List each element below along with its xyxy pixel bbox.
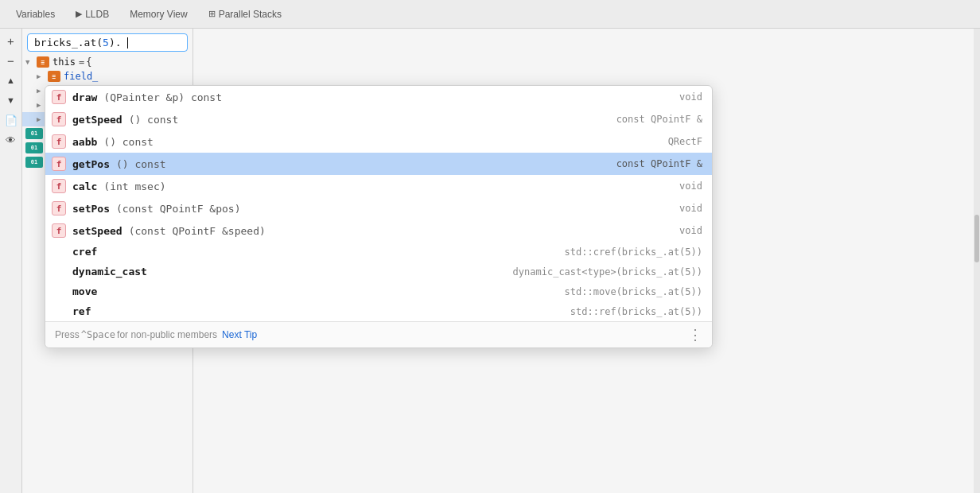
scrollbar-thumb[interactable]: [974, 215, 979, 262]
input-prefix: bricks_.at(5).: [34, 37, 122, 49]
ac-name-getpos: getPos: [72, 158, 110, 170]
kebab-menu-button[interactable]: ⋮: [688, 328, 702, 342]
expression-input-bar: bricks_.at(5).: [27, 33, 188, 52]
down-button[interactable]: ▼: [2, 91, 20, 109]
ac-params-aabb: () const: [103, 136, 154, 148]
ac-badge-aabb: f: [52, 134, 66, 149]
tab-memory-view[interactable]: Memory View: [120, 6, 196, 23]
ac-name-aabb: aabb: [72, 136, 97, 148]
add-button[interactable]: +: [2, 32, 20, 49]
ac-name-calc: calc: [72, 181, 97, 192]
ac-item-calc[interactable]: f calc (int msec) void: [45, 175, 712, 197]
ac-item-setpos[interactable]: f setPos (const QPointF &pos) void: [45, 197, 712, 219]
ac-item-aabb[interactable]: f aabb () const QRectF: [45, 130, 712, 153]
ac-item-cref[interactable]: cref std::cref(bricks_.at(5)): [45, 242, 712, 262]
ac-item-move[interactable]: move std::move(bricks_.at(5)): [45, 281, 712, 301]
ac-name-dynamic-cast: dynamic_cast: [72, 266, 147, 278]
remove-button[interactable]: −: [2, 52, 20, 69]
ac-item-getpos[interactable]: f getPos () const const QPointF &: [45, 153, 712, 175]
ac-footer-hint: Press ^Space for non-public members Next…: [55, 329, 257, 340]
tab-parallel-stacks-label: Parallel Stacks: [219, 9, 282, 20]
ac-params-getspeed: () const: [129, 114, 179, 126]
next-tip-button[interactable]: Next Tip: [222, 329, 257, 340]
tab-lldb-label: LLDB: [85, 9, 109, 20]
up-button[interactable]: ▲: [2, 72, 20, 89]
tab-lldb[interactable]: ▶ LLDB: [66, 6, 119, 23]
ac-footer: Press ^Space for non-public members Next…: [45, 321, 712, 347]
var-icon-fieldwic: 01: [25, 142, 43, 153]
ac-params-calc: (int msec): [103, 181, 165, 192]
ac-return-dynamic-cast: dynamic_cast<type>(bricks_.at(5)): [513, 266, 702, 278]
ac-item-getspeed[interactable]: f getSpeed () const const QPointF &: [45, 108, 712, 130]
parallel-stacks-icon: ⊞: [208, 9, 216, 19]
ac-return-draw: void: [679, 91, 702, 103]
ac-badge-getspeed: f: [52, 112, 66, 126]
ac-name-cref: cref: [72, 246, 97, 258]
tree-item-field[interactable]: ▶ ≡ field_: [22, 69, 192, 83]
hint-prefix: Press: [55, 329, 80, 340]
var-icon-this: ≡: [37, 56, 49, 68]
lldb-icon: ▶: [76, 9, 82, 19]
ac-badge-setpos: f: [52, 201, 66, 215]
var-icon-field: ≡: [48, 71, 60, 82]
var-name-field: field_: [64, 71, 98, 82]
ac-return-getspeed: const QPointF &: [616, 114, 702, 125]
tab-bar: Variables ▶ LLDB Memory View ⊞ Parallel …: [0, 0, 980, 29]
cursor-caret: [122, 37, 129, 49]
ac-item-draw[interactable]: f draw (QPainter &p) const void: [45, 86, 712, 108]
ac-badge-draw: f: [52, 90, 66, 104]
ac-name-move: move: [72, 285, 97, 297]
ac-name-setpos: setPos: [72, 203, 110, 215]
tab-memory-view-label: Memory View: [130, 9, 187, 20]
ac-params-getpos: () const: [116, 158, 166, 170]
expand-arrow-this: ▼: [25, 58, 37, 66]
tab-variables-label: Variables: [16, 9, 55, 20]
ac-badge-calc: f: [52, 179, 66, 193]
tree-item-this[interactable]: ▼ ≡ this = {: [22, 55, 192, 69]
ac-badge-getpos: f: [52, 157, 66, 171]
ac-return-calc: void: [679, 181, 702, 192]
eye-button[interactable]: 👁: [2, 131, 20, 149]
ac-item-dynamic-cast[interactable]: dynamic_cast dynamic_cast<type>(bricks_.…: [45, 262, 712, 281]
ac-name-getspeed: getSpeed: [72, 114, 122, 126]
ac-item-ref[interactable]: ref std::ref(bricks_.at(5)): [45, 301, 712, 321]
ac-return-setspeed: void: [679, 225, 702, 236]
hint-suffix: for non-public members: [117, 329, 217, 340]
autocomplete-dropdown: f draw (QPainter &p) const void f getSpe…: [45, 85, 713, 348]
hint-key: ^Space: [81, 329, 115, 340]
doc-button[interactable]: 📄: [2, 111, 20, 129]
ac-params-setspeed: (const QPointF &speed): [129, 225, 266, 237]
ac-badge-setspeed: f: [52, 223, 66, 238]
expand-arrow-field: ▶: [37, 72, 48, 80]
ac-return-ref: std::ref(bricks_.at(5)): [570, 306, 702, 317]
ac-return-setpos: void: [679, 203, 702, 214]
var-icon-fieldhei: 01: [25, 157, 43, 168]
ac-return-aabb: QRectF: [668, 136, 702, 147]
var-value-this: {: [86, 56, 91, 68]
ac-params-setpos: (const QPointF &pos): [116, 203, 241, 215]
scrollbar-track[interactable]: [974, 29, 980, 493]
var-icon-score: 01: [25, 128, 43, 139]
ac-name-ref: ref: [72, 305, 91, 317]
ac-item-setspeed[interactable]: f setSpeed (const QPointF &speed) void: [45, 219, 712, 242]
ac-return-getpos: const QPointF &: [616, 158, 702, 169]
ac-params-draw: (QPainter &p) const: [103, 91, 222, 103]
ac-return-move: std::move(bricks_.at(5)): [565, 286, 702, 297]
tab-parallel-stacks[interactable]: ⊞ Parallel Stacks: [199, 6, 291, 23]
ac-name-setspeed: setSpeed: [72, 225, 122, 237]
var-equals-this: =: [79, 56, 84, 68]
var-name-this: this: [52, 56, 76, 68]
tab-variables[interactable]: Variables: [6, 6, 64, 23]
ac-return-cref: std::cref(bricks_.at(5)): [565, 246, 702, 258]
ac-name-draw: draw: [72, 91, 97, 103]
action-bar: + − ▲ ▼ 📄 👁: [0, 29, 22, 493]
